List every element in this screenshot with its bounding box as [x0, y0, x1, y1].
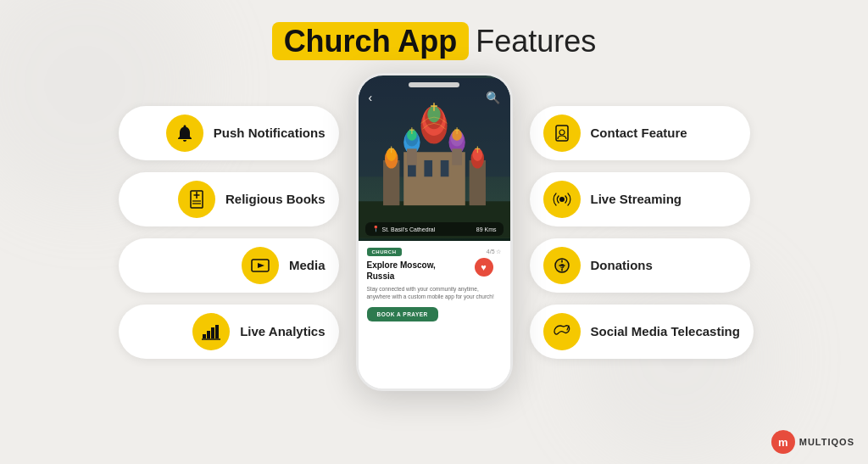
svg-rect-10 [215, 325, 219, 338]
location-bar: 📍 St. Basil's Cathedral 89 Kms [365, 222, 504, 236]
card-description: Stay connected with your community anyti… [367, 285, 502, 300]
contact-feature-label: Contact Feature [591, 126, 687, 140]
live-streaming-label: Live Streaming [591, 192, 682, 206]
cathedral-image: ‹ 🔍 [359, 75, 510, 241]
heart-button[interactable]: ♥ [475, 258, 493, 277]
live-analytics-icon [192, 313, 230, 350]
feature-pill-religious-books: Religious Books [119, 172, 339, 226]
social-media-icon [543, 313, 581, 350]
phone-mockup: ‹ 🔍 [356, 73, 513, 391]
svg-rect-30 [407, 148, 417, 165]
feature-pill-live-analytics: Live Analytics [119, 305, 339, 359]
live-analytics-label: Live Analytics [240, 324, 325, 338]
page-title: Church AppFeatures [0, 24, 868, 59]
svg-point-48 [559, 130, 565, 135]
live-streaming-icon [543, 181, 581, 218]
svg-text:$: $ [560, 262, 565, 270]
donations-icon: $ [543, 247, 581, 284]
location-text: 📍 St. Basil's Cathedral [372, 226, 436, 232]
search-icon[interactable]: 🔍 [486, 91, 500, 104]
page-header: Church AppFeatures [0, 0, 868, 73]
push-notifications-label: Push Notifications [214, 126, 326, 140]
right-feature-column: Contact FeatureLive Streaming$DonationsS… [530, 106, 784, 359]
phone-topbar: ‹ 🔍 [359, 75, 510, 109]
card-tag: CHURCH [367, 248, 402, 256]
push-notifications-icon [166, 115, 203, 152]
svg-rect-17 [424, 160, 432, 176]
feature-pill-social-media: Social Media Telecasting [530, 305, 754, 359]
religious-books-label: Religious Books [225, 192, 326, 206]
logo: m MULTIQOS [771, 430, 854, 454]
svg-rect-18 [440, 160, 448, 176]
phone-notch [409, 82, 459, 87]
back-icon[interactable]: ‹ [369, 91, 373, 104]
religious-books-icon [178, 181, 215, 218]
title-highlight: Church App [272, 22, 470, 60]
feature-pill-push-notifications: Push Notifications [119, 106, 339, 160]
media-label: Media [289, 258, 326, 272]
donations-label: Donations [591, 258, 653, 272]
svg-rect-7 [203, 334, 206, 338]
svg-marker-6 [258, 263, 264, 268]
card-content: CHURCH 4/5 ☆ Explore Moscow,Russia ♥ Sta… [359, 241, 510, 389]
distance-text: 89 Kms [476, 226, 497, 232]
svg-point-49 [559, 197, 565, 202]
social-media-label: Social Media Telecasting [591, 324, 740, 338]
phone-screen: ‹ 🔍 [359, 75, 510, 389]
title-rest: Features [476, 24, 596, 59]
card-tag-row: CHURCH 4/5 ☆ [367, 248, 502, 256]
phone-frame: ‹ 🔍 [356, 73, 513, 391]
feature-pill-media: Media [119, 238, 339, 293]
main-layout: Push NotificationsReligious BooksMediaLi… [0, 73, 868, 391]
left-feature-column: Push NotificationsReligious BooksMediaLi… [85, 106, 339, 359]
svg-rect-9 [211, 327, 214, 338]
book-prayer-button[interactable]: BOOK A PRAYER [367, 307, 438, 321]
feature-pill-live-streaming: Live Streaming [530, 172, 750, 226]
card-rating: 4/5 ☆ [487, 249, 502, 255]
svg-rect-8 [207, 331, 210, 338]
logo-icon: m [771, 430, 795, 454]
logo-text: MULTIQOS [799, 437, 854, 447]
media-icon [242, 247, 279, 284]
feature-pill-donations: $Donations [530, 238, 750, 293]
svg-rect-36 [452, 148, 462, 165]
contact-feature-icon [543, 115, 581, 152]
feature-pill-contact-feature: Contact Feature [530, 106, 750, 160]
